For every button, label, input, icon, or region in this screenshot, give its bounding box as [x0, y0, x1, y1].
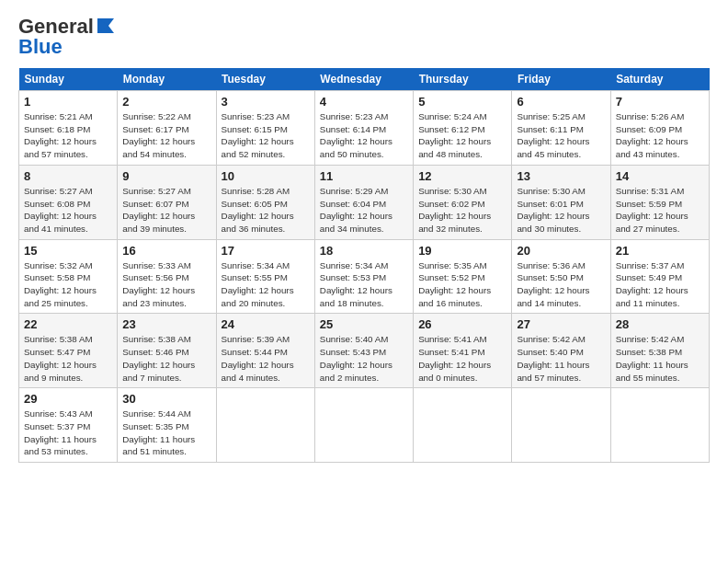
calendar-week-2: 8 Sunrise: 5:27 AM Sunset: 6:08 PM Dayli… [19, 165, 710, 239]
calendar-cell [610, 388, 709, 463]
logo: General Blue [18, 15, 116, 59]
day-detail: Sunrise: 5:34 AM Sunset: 5:53 PM Dayligh… [320, 259, 408, 310]
calendar-cell: 7 Sunrise: 5:26 AM Sunset: 6:09 PM Dayli… [610, 91, 709, 166]
calendar-table: SundayMondayTuesdayWednesdayThursdayFrid… [18, 68, 710, 463]
day-number: 7 [616, 95, 704, 109]
weekday-header-sunday: Sunday [19, 68, 118, 91]
calendar-cell: 5 Sunrise: 5:24 AM Sunset: 6:12 PM Dayli… [414, 91, 512, 166]
day-detail: Sunrise: 5:41 AM Sunset: 5:41 PM Dayligh… [418, 333, 506, 384]
calendar-cell: 6 Sunrise: 5:25 AM Sunset: 6:11 PM Dayli… [512, 91, 610, 166]
calendar-cell: 26 Sunrise: 5:41 AM Sunset: 5:41 PM Dayl… [414, 314, 512, 388]
calendar-cell: 30 Sunrise: 5:44 AM Sunset: 5:35 PM Dayl… [118, 388, 216, 463]
weekday-header-monday: Monday [118, 68, 216, 91]
day-number: 25 [320, 317, 408, 331]
day-detail: Sunrise: 5:27 AM Sunset: 6:07 PM Dayligh… [122, 185, 210, 236]
day-number: 13 [517, 169, 605, 183]
weekday-header-friday: Friday [512, 68, 610, 91]
day-number: 18 [320, 244, 408, 258]
day-detail: Sunrise: 5:37 AM Sunset: 5:49 PM Dayligh… [616, 259, 704, 310]
day-number: 1 [24, 95, 112, 109]
calendar-week-4: 22 Sunrise: 5:38 AM Sunset: 5:47 PM Dayl… [19, 314, 710, 388]
day-number: 21 [616, 244, 704, 258]
calendar-cell: 24 Sunrise: 5:39 AM Sunset: 5:44 PM Dayl… [216, 314, 314, 388]
calendar-cell: 28 Sunrise: 5:42 AM Sunset: 5:38 PM Dayl… [610, 314, 709, 388]
day-number: 15 [24, 244, 112, 258]
day-number: 6 [517, 95, 605, 109]
calendar-cell: 3 Sunrise: 5:23 AM Sunset: 6:15 PM Dayli… [216, 91, 314, 166]
calendar-cell: 10 Sunrise: 5:28 AM Sunset: 6:05 PM Dayl… [216, 165, 314, 239]
day-detail: Sunrise: 5:38 AM Sunset: 5:46 PM Dayligh… [122, 333, 210, 384]
day-number: 27 [517, 317, 605, 331]
day-detail: Sunrise: 5:30 AM Sunset: 6:02 PM Dayligh… [418, 185, 506, 236]
calendar-cell: 17 Sunrise: 5:34 AM Sunset: 5:55 PM Dayl… [216, 239, 314, 314]
calendar-week-1: 1 Sunrise: 5:21 AM Sunset: 6:18 PM Dayli… [19, 91, 710, 166]
day-number: 14 [616, 169, 704, 183]
calendar-cell: 9 Sunrise: 5:27 AM Sunset: 6:07 PM Dayli… [118, 165, 216, 239]
day-detail: Sunrise: 5:29 AM Sunset: 6:04 PM Dayligh… [320, 185, 408, 236]
logo-block: General Blue [18, 15, 116, 59]
calendar-cell: 11 Sunrise: 5:29 AM Sunset: 6:04 PM Dayl… [314, 165, 413, 239]
day-detail: Sunrise: 5:35 AM Sunset: 5:52 PM Dayligh… [418, 259, 506, 310]
calendar-cell: 4 Sunrise: 5:23 AM Sunset: 6:14 PM Dayli… [314, 91, 413, 166]
day-number: 28 [616, 317, 704, 331]
calendar-cell: 18 Sunrise: 5:34 AM Sunset: 5:53 PM Dayl… [314, 239, 413, 314]
calendar-cell: 13 Sunrise: 5:30 AM Sunset: 6:01 PM Dayl… [512, 165, 610, 239]
day-detail: Sunrise: 5:23 AM Sunset: 6:15 PM Dayligh… [222, 110, 310, 161]
day-number: 26 [418, 317, 506, 331]
day-detail: Sunrise: 5:33 AM Sunset: 5:56 PM Dayligh… [122, 259, 210, 310]
day-number: 3 [222, 95, 310, 109]
calendar-cell: 29 Sunrise: 5:43 AM Sunset: 5:37 PM Dayl… [19, 388, 118, 463]
calendar-cell [314, 388, 413, 463]
day-detail: Sunrise: 5:39 AM Sunset: 5:44 PM Dayligh… [222, 333, 310, 384]
day-number: 4 [320, 95, 408, 109]
day-detail: Sunrise: 5:40 AM Sunset: 5:43 PM Dayligh… [320, 333, 408, 384]
day-detail: Sunrise: 5:30 AM Sunset: 6:01 PM Dayligh… [517, 185, 605, 236]
day-number: 16 [122, 244, 210, 258]
calendar-week-3: 15 Sunrise: 5:32 AM Sunset: 5:58 PM Dayl… [19, 239, 710, 314]
day-detail: Sunrise: 5:21 AM Sunset: 6:18 PM Dayligh… [24, 110, 112, 161]
logo-flag-icon [96, 17, 116, 35]
calendar-cell: 20 Sunrise: 5:36 AM Sunset: 5:50 PM Dayl… [512, 239, 610, 314]
calendar-cell: 27 Sunrise: 5:42 AM Sunset: 5:40 PM Dayl… [512, 314, 610, 388]
day-number: 24 [222, 317, 310, 331]
calendar-cell [512, 388, 610, 463]
calendar-cell: 25 Sunrise: 5:40 AM Sunset: 5:43 PM Dayl… [314, 314, 413, 388]
day-detail: Sunrise: 5:23 AM Sunset: 6:14 PM Dayligh… [320, 110, 408, 161]
day-detail: Sunrise: 5:38 AM Sunset: 5:47 PM Dayligh… [24, 333, 112, 384]
calendar-cell [216, 388, 314, 463]
day-number: 20 [517, 244, 605, 258]
day-detail: Sunrise: 5:44 AM Sunset: 5:35 PM Dayligh… [122, 408, 210, 458]
calendar-cell: 1 Sunrise: 5:21 AM Sunset: 6:18 PM Dayli… [19, 91, 118, 166]
calendar-cell: 15 Sunrise: 5:32 AM Sunset: 5:58 PM Dayl… [19, 239, 118, 314]
day-number: 12 [418, 169, 506, 183]
calendar-cell: 12 Sunrise: 5:30 AM Sunset: 6:02 PM Dayl… [414, 165, 512, 239]
day-number: 23 [122, 317, 210, 331]
calendar-cell: 2 Sunrise: 5:22 AM Sunset: 6:17 PM Dayli… [118, 91, 216, 166]
day-number: 22 [24, 317, 112, 331]
day-detail: Sunrise: 5:22 AM Sunset: 6:17 PM Dayligh… [122, 110, 210, 161]
weekday-header-wednesday: Wednesday [314, 68, 413, 91]
day-detail: Sunrise: 5:43 AM Sunset: 5:37 PM Dayligh… [24, 408, 112, 458]
calendar-cell: 23 Sunrise: 5:38 AM Sunset: 5:46 PM Dayl… [118, 314, 216, 388]
calendar-cell: 16 Sunrise: 5:33 AM Sunset: 5:56 PM Dayl… [118, 239, 216, 314]
calendar-cell: 19 Sunrise: 5:35 AM Sunset: 5:52 PM Dayl… [414, 239, 512, 314]
day-number: 8 [24, 169, 112, 183]
day-number: 10 [222, 169, 310, 183]
page: General Blue SundayMondayTuesdayWednesda… [0, 0, 728, 472]
day-detail: Sunrise: 5:31 AM Sunset: 5:59 PM Dayligh… [616, 185, 704, 236]
calendar-cell: 22 Sunrise: 5:38 AM Sunset: 5:47 PM Dayl… [19, 314, 118, 388]
calendar-week-5: 29 Sunrise: 5:43 AM Sunset: 5:37 PM Dayl… [19, 388, 710, 463]
weekday-header-thursday: Thursday [414, 68, 512, 91]
day-number: 19 [418, 244, 506, 258]
header: General Blue [18, 15, 710, 59]
day-number: 11 [320, 169, 408, 183]
calendar-cell: 21 Sunrise: 5:37 AM Sunset: 5:49 PM Dayl… [610, 239, 709, 314]
day-number: 2 [122, 95, 210, 109]
calendar-cell [414, 388, 512, 463]
day-detail: Sunrise: 5:26 AM Sunset: 6:09 PM Dayligh… [616, 110, 704, 161]
weekday-header-saturday: Saturday [610, 68, 709, 91]
day-number: 30 [122, 392, 210, 406]
weekday-header-row: SundayMondayTuesdayWednesdayThursdayFrid… [19, 68, 710, 91]
day-detail: Sunrise: 5:27 AM Sunset: 6:08 PM Dayligh… [24, 185, 112, 236]
calendar-cell: 14 Sunrise: 5:31 AM Sunset: 5:59 PM Dayl… [610, 165, 709, 239]
